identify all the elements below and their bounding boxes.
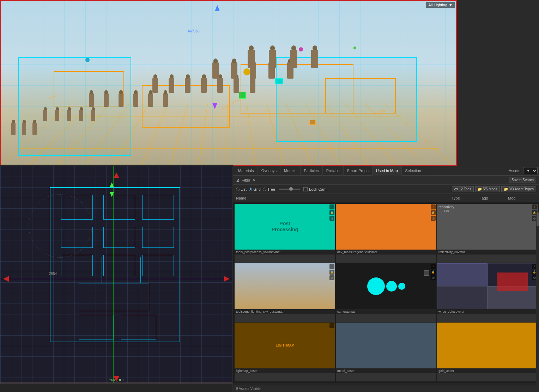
arrow-side-icon: ↑: [329, 204, 334, 209]
asset-item-orange[interactable]: ↑ 🔒 ◎ dev_measuregeneric01vmat: [336, 204, 436, 263]
slider-thumb[interactable]: [289, 187, 293, 191]
connector-1: [102, 257, 102, 283]
selection-box-cyan: [18, 57, 131, 156]
asset-item-metal[interactable]: metal_asset: [336, 323, 436, 381]
asset-item-camera[interactable]: ↑ 🔒 ◎ cameravmat: [336, 263, 436, 322]
col-tags-header[interactable]: Tags: [480, 196, 508, 200]
viewport-lighting-label[interactable]: All Lighting ▼: [426, 2, 455, 8]
tab-prefabs[interactable]: Prefabs: [323, 166, 344, 176]
asset-name-1: tools_postprocess_volumevmat: [235, 250, 335, 255]
tab-materials[interactable]: Materials: [235, 166, 258, 176]
view-mode-radio-group: List Grid Tree: [236, 187, 275, 191]
viewport-3d[interactable]: 467.38 All Lighting ▼ annotation text Ma…: [0, 0, 457, 166]
lock-side-icon-5: 🔒: [431, 270, 436, 275]
tab-smart-props[interactable]: Smart Props: [344, 166, 373, 176]
asset-types-label: 3/3 Asset Types: [509, 187, 534, 191]
list-radio-button[interactable]: [236, 188, 240, 191]
tags-button[interactable]: 🏷 12 Tags: [452, 186, 474, 192]
grid-label: Grid: [253, 187, 261, 191]
tab-used-in-map[interactable]: Used in Map: [373, 166, 402, 176]
asset-item-postprocess[interactable]: PostProcessing ↑ 🔒 ◎ tools_postprocess_v…: [235, 204, 335, 263]
room-bottom-left: [79, 315, 114, 339]
green-arrow-down-icon: [110, 192, 114, 197]
compass-circle: [29, 194, 92, 258]
col-type-header[interactable]: Type: [452, 196, 480, 200]
lock-cam-label: Lock Cam: [309, 187, 327, 191]
filter-label: Filter: [242, 178, 250, 182]
lighting-dropdown-icon[interactable]: ▼: [449, 3, 453, 7]
tab-overlays[interactable]: Overlays: [258, 166, 280, 176]
asset-thumb-metal: [336, 323, 436, 368]
asset-thumb-sky: [235, 263, 335, 309]
asset-name-7: lightmap_asset: [235, 368, 335, 373]
saved-search-button[interactable]: Saved Search: [509, 177, 536, 183]
asset-thumb-camera: [336, 263, 436, 309]
circle-side-icon-2: ◎: [431, 216, 436, 221]
grid-radio[interactable]: Grid: [249, 187, 261, 191]
asset-item-gray[interactable]: reflectivity375 ↑ 🔒 ◎ reflectivity_30vma…: [437, 204, 538, 263]
center-coords: 268.0, 0.0: [109, 378, 123, 382]
asset-item-sky[interactable]: ↑ 🔒 ◎ toolscene_lighting_sky_dustvmat: [235, 263, 335, 322]
cam-circle-3: [398, 283, 405, 290]
stat-buttons: 🏷 12 Tags 📁 5/5 Mods 📁 3/3 Asset Types: [452, 186, 536, 192]
scrollbar[interactable]: [536, 212, 539, 385]
asset-types-button[interactable]: 📁 3/3 Asset Types: [501, 186, 536, 192]
asset-thumb-gold: [437, 323, 538, 368]
filter-bar: ⊿ Filter ✕ Saved Search: [233, 176, 539, 185]
room-2: [103, 195, 135, 220]
viewport-2d[interactable]: 2654 268.0, 0.0: [0, 166, 233, 392]
asset-name-3: reflectivity_30vmat: [437, 250, 538, 255]
panel-assets: Materials Overlays Models Particles Pref…: [233, 166, 539, 392]
postprocess-text: PostProcessing: [272, 221, 298, 233]
asset-name-5: cameravmat: [336, 309, 436, 314]
grid-radio-button[interactable]: [249, 188, 252, 191]
mods-button[interactable]: 📁 5/5 Mods: [475, 186, 500, 192]
scroll-thumb[interactable]: [537, 212, 539, 226]
lock-cam-checkbox[interactable]: [303, 187, 308, 191]
connector-2: [140, 257, 141, 283]
lightmap-text: LIGHTMAP: [275, 343, 294, 348]
panel-top-right: [457, 0, 539, 166]
lighting-label-text: All Lighting: [428, 3, 447, 7]
mods-icon: 📁: [478, 187, 482, 191]
selection-box-cyan-2: [276, 57, 417, 142]
tree-radio-button[interactable]: [263, 188, 266, 191]
arrow-top-icon[interactable]: [114, 172, 119, 178]
arrow-left-icon[interactable]: [3, 276, 9, 282]
coord-label: 467.38: [188, 29, 200, 33]
camera-pattern: [336, 275, 436, 298]
arrow-side-icon-5: ↑: [431, 264, 436, 269]
tab-models[interactable]: Models: [280, 166, 300, 176]
asset-thumb-lightmap: LIGHTMAP: [235, 323, 335, 368]
list-radio[interactable]: List: [236, 187, 247, 191]
asset-name-4: toolscene_lighting_sky_dustvmat: [235, 309, 335, 314]
asset-name-2: dev_measuregeneric01vmat: [336, 250, 436, 255]
defuser-red: [497, 272, 528, 291]
tree-radio[interactable]: Tree: [263, 187, 275, 191]
tab-selection[interactable]: Selection: [402, 166, 425, 176]
assets-visible-count: 9 Assets Visible: [236, 387, 261, 391]
asset-side-icons-4: ↑ 🔒 ◎: [329, 264, 334, 280]
filter-close-button[interactable]: ✕: [252, 178, 255, 182]
asset-item-gold[interactable]: gold_asset: [437, 323, 538, 381]
green-arrow-up-icon: [110, 182, 114, 187]
circle-side-icon: ◎: [329, 216, 334, 221]
col-name-header[interactable]: Name: [236, 196, 452, 200]
assets-dropdown[interactable]: ▼: [523, 167, 538, 174]
asset-item-lightmap[interactable]: LIGHTMAP ↑ lightmap_asset: [235, 323, 335, 381]
cam-square: [424, 270, 429, 276]
arrow-side-icon-7: ↑: [329, 323, 334, 328]
asset-grid: PostProcessing ↑ 🔒 ◎ tools_postprocess_v…: [233, 202, 539, 383]
tree-label: Tree: [267, 187, 275, 191]
tab-particles[interactable]: Particles: [301, 166, 323, 176]
arrow-right-icon[interactable]: [224, 276, 230, 282]
size-slider[interactable]: [279, 189, 300, 190]
room-9: [142, 255, 174, 276]
asset-side-icons-5: ↑ 🔒 ◎: [431, 264, 436, 280]
asset-types-icon: 📁: [504, 187, 508, 191]
search-options-bar: List Grid Tree Lock Cam 🏷 12 Tags �: [233, 185, 539, 194]
col-mod-header[interactable]: Mod: [508, 196, 536, 200]
lock-side-icon-2: 🔒: [431, 210, 436, 215]
tab-bar: Materials Overlays Models Particles Pref…: [233, 166, 539, 176]
asset-item-defuser[interactable]: ↑ 🔒 ◎ w_eq_defusevmat: [437, 263, 538, 322]
